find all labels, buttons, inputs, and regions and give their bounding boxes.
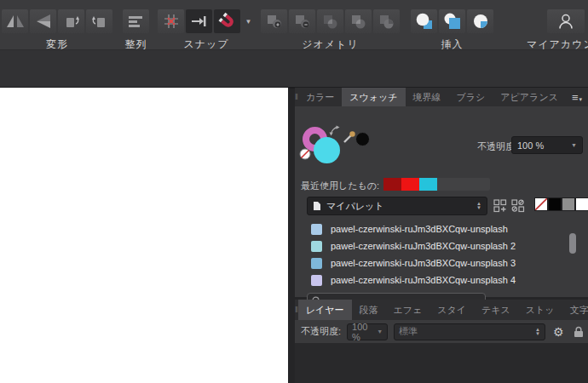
align-button[interactable] [123, 9, 149, 33]
recent-color-swatch[interactable] [401, 178, 419, 191]
no-color-button[interactable] [299, 148, 311, 160]
swatch-color-chip [311, 224, 322, 235]
snap-options-dropdown[interactable]: ▼ [242, 9, 255, 33]
add-swatch-grid-icon [493, 199, 508, 213]
swatches-panel-tabbar: ‖ カラー スウォッチ 境界線 ブラシ アピアランス ≡ ▾ [295, 88, 588, 106]
no-color-icon [535, 198, 547, 210]
layer-lock-button[interactable] [574, 326, 584, 338]
boolean-divide-icon [350, 14, 367, 30]
add-swatch-button[interactable] [492, 198, 509, 214]
toolbar-group-align: 整列 [123, 9, 149, 52]
swatch-name: pawel-czerwinski-ruJm3dBXCqw-unsplash 2 [331, 241, 516, 251]
recent-colors-label: 最近使用したもの: [301, 180, 379, 192]
layers-panel: ‖ レイヤー 段落 エフェ スタイ テキス ストッ 文字 ≡ ▾ 不透明度: 1… [295, 300, 588, 383]
flip-vertical-icon [35, 14, 52, 29]
stepper-down-icon: ▼ [535, 332, 540, 336]
geometry-intersect-button[interactable] [317, 9, 343, 33]
recent-color-swatch[interactable] [419, 178, 437, 191]
tab-color[interactable]: カラー [298, 88, 343, 106]
snap-move-button[interactable] [186, 9, 212, 33]
chevron-down-icon: ▼ [245, 18, 252, 26]
snap-grid-button[interactable] [158, 9, 184, 33]
opacity-value: 100 % [517, 140, 544, 151]
linked-swatch-icon [511, 199, 526, 213]
tab-styles[interactable]: スタイ [429, 300, 474, 320]
layer-opacity-dropdown[interactable]: 100 % ▼ [347, 323, 388, 340]
tab-brushes[interactable]: ブラシ [449, 88, 493, 106]
swatch-color-chip [311, 241, 322, 252]
fill-color-well[interactable] [314, 137, 340, 163]
swatch-color-chip [311, 275, 322, 286]
chevron-down-icon: ▼ [571, 142, 577, 148]
eyedropper-icon [342, 130, 356, 145]
swatch-list-scrollbar[interactable] [569, 233, 576, 254]
toolbar-group-geometry: ジオメトリ [261, 9, 400, 52]
insert-inside-button[interactable] [467, 9, 493, 33]
tab-effects[interactable]: エフェ [386, 300, 430, 320]
geometry-divide-button[interactable] [345, 9, 372, 33]
boolean-add-icon [266, 14, 283, 30]
person-icon [556, 12, 575, 31]
quick-swatch-none[interactable] [534, 197, 548, 211]
geometry-subtract-button[interactable] [289, 9, 315, 33]
rotate-cw-button[interactable] [86, 9, 112, 33]
recent-color-swatch[interactable] [383, 178, 401, 191]
flip-horizontal-button[interactable] [2, 9, 28, 33]
insert-on-top-button[interactable] [439, 9, 465, 33]
context-toolbar [0, 50, 588, 89]
lock-icon [574, 326, 584, 338]
palette-stepper[interactable]: ▲ ▼ [476, 202, 481, 210]
rotate-cw-icon [91, 13, 108, 30]
layer-settings-button[interactable]: ⚙ [553, 325, 564, 339]
tab-appearance[interactable]: アピアランス [493, 88, 566, 106]
swatches-panel-menu-button[interactable]: ≡ ▾ [566, 88, 588, 106]
geometry-combine-button[interactable] [373, 9, 400, 33]
link-swatch-button[interactable] [510, 198, 527, 214]
swatch-color-chip [311, 258, 322, 269]
opacity-dropdown[interactable]: 100 % ▼ [511, 136, 583, 154]
layers-panel-tabbar: ‖ レイヤー 段落 エフェ スタイ テキス ストッ 文字 ≡ ▾ [295, 300, 588, 320]
toolbar-group-snap: ▼ スナップ [158, 9, 255, 52]
quick-swatch-white[interactable] [575, 197, 588, 211]
insert-inside-icon [472, 13, 489, 30]
swatch-list-item[interactable]: pawel-czerwinski-ruJm3dBXCqw-unsplash [295, 220, 568, 237]
tab-layers[interactable]: レイヤー [298, 300, 352, 320]
picked-color-well[interactable] [355, 132, 370, 146]
toolbar-group-insert: 挿入 [411, 9, 493, 52]
palette-document-icon [313, 201, 321, 211]
rotate-ccw-icon [63, 13, 80, 30]
flip-vertical-button[interactable] [30, 9, 56, 33]
magnet-icon [218, 12, 237, 31]
geometry-add-button[interactable] [261, 9, 287, 33]
swatch-list-item[interactable]: pawel-czerwinski-ruJm3dBXCqw-unsplash 3 [295, 254, 568, 272]
swap-fill-stroke-button[interactable] [329, 125, 340, 136]
blend-mode-dropdown[interactable]: 標準 ▲ ▼ [394, 323, 545, 340]
insert-behind-icon [416, 13, 433, 30]
tab-stroke[interactable]: 境界線 [406, 88, 449, 106]
color-picker-button[interactable] [342, 130, 356, 145]
affinity-app-window: 変形 整列 [0, 0, 588, 383]
insert-behind-button[interactable] [411, 9, 437, 33]
blend-mode-stepper: ▲ ▼ [535, 328, 540, 336]
my-account-button[interactable] [547, 9, 585, 33]
document-canvas[interactable] [0, 88, 288, 383]
insert-on-top-icon [444, 13, 461, 30]
tab-stock[interactable]: ストッ [518, 300, 562, 320]
toolbar-group-account: マイアカウント [527, 9, 588, 52]
palette-select[interactable]: マイパレット ▲ ▼ [307, 197, 487, 215]
layer-opacity-value: 100 % [352, 322, 373, 342]
rotate-ccw-button[interactable] [58, 9, 84, 33]
layers-list-empty-area[interactable] [295, 344, 588, 383]
quick-swatch-black[interactable] [548, 197, 562, 211]
tab-swatches[interactable]: スウォッチ [342, 88, 405, 106]
gear-icon: ⚙ [553, 325, 564, 339]
tab-text[interactable]: テキス [474, 300, 518, 320]
tab-paragraph[interactable]: 段落 [352, 300, 386, 320]
snap-magnet-button[interactable] [214, 9, 240, 33]
chevron-down-icon: ▼ [377, 329, 383, 334]
swatch-list-item[interactable]: pawel-czerwinski-ruJm3dBXCqw-unsplash 2 [295, 237, 568, 254]
tab-character[interactable]: 文字 [562, 300, 588, 320]
quick-swatch-gray[interactable] [562, 197, 575, 211]
blend-mode-value: 標準 [399, 325, 418, 338]
swatch-list-item[interactable]: pawel-czerwinski-ruJm3dBXCqw-unsplash 4 [295, 272, 568, 289]
